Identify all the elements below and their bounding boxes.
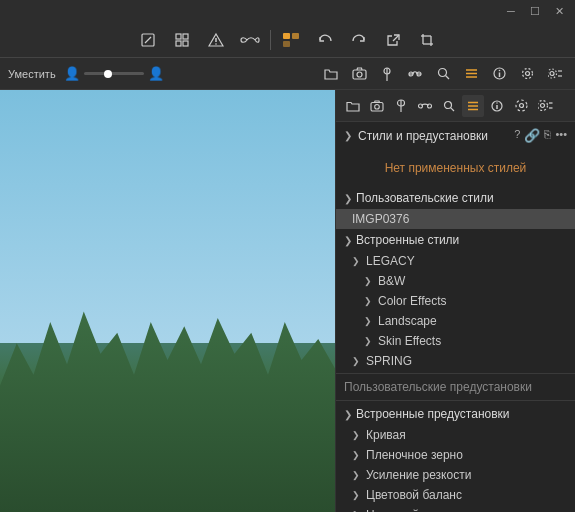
undo-button[interactable] bbox=[311, 26, 339, 54]
svg-point-33 bbox=[525, 72, 529, 76]
link-button[interactable] bbox=[403, 62, 427, 86]
skin-effects-item[interactable]: ❯ Skin Effects bbox=[336, 331, 575, 351]
info-button[interactable] bbox=[487, 62, 511, 86]
custom-presets-section[interactable]: Пользовательские предустановки bbox=[336, 376, 575, 398]
legacy-item[interactable]: ❯ LEGACY bbox=[336, 251, 575, 271]
export-icon[interactable]: ⎘ bbox=[544, 128, 551, 143]
panel-link-button[interactable] bbox=[414, 95, 436, 117]
svg-point-18 bbox=[357, 72, 362, 77]
spring-chevron: ❯ bbox=[352, 356, 362, 366]
custom-styles-section[interactable]: ❯ Пользовательские стили bbox=[336, 187, 575, 209]
film-grain-label: Пленочное зерно bbox=[366, 448, 463, 462]
legacy-chevron: ❯ bbox=[352, 256, 362, 266]
warning-button[interactable] bbox=[202, 26, 230, 54]
bw-label: B&W bbox=[378, 274, 405, 288]
panel-search-button[interactable] bbox=[438, 95, 460, 117]
color-balance-chevron: ❯ bbox=[352, 490, 362, 500]
redo-button[interactable] bbox=[345, 26, 373, 54]
right-icon-group bbox=[319, 62, 567, 86]
help-icon[interactable]: ? bbox=[514, 128, 520, 143]
divider-2 bbox=[336, 400, 575, 401]
sharpen-item[interactable]: ❯ Усиление резкости bbox=[336, 465, 575, 485]
landscape-label: Landscape bbox=[378, 314, 437, 328]
camera-button[interactable] bbox=[347, 62, 371, 86]
panel-adv-settings-button[interactable] bbox=[534, 95, 556, 117]
custom-styles-chevron: ❯ bbox=[344, 193, 352, 204]
maximize-button[interactable]: ☐ bbox=[523, 1, 547, 21]
divider-1 bbox=[336, 373, 575, 374]
color-balance-label: Цветовой баланс bbox=[366, 488, 462, 502]
image-preview bbox=[0, 90, 335, 512]
svg-point-45 bbox=[445, 101, 452, 108]
edit-button[interactable] bbox=[134, 26, 162, 54]
bw-item[interactable]: ❯ B&W bbox=[336, 271, 575, 291]
panel-header-actions: ? 🔗 ⎘ ••• bbox=[514, 128, 567, 143]
panel-collapse-chevron[interactable]: ❯ bbox=[344, 130, 352, 141]
no-styles-message: Нет примененных стилей bbox=[336, 149, 575, 187]
color-effects-item[interactable]: ❯ Color Effects bbox=[336, 291, 575, 311]
film-grain-chevron: ❯ bbox=[352, 450, 362, 460]
more-icon[interactable]: ••• bbox=[555, 128, 567, 143]
builtin-presets-title: Встроенные предустановки bbox=[356, 407, 510, 421]
panel-list-button[interactable] bbox=[462, 95, 484, 117]
panel-folder-button[interactable] bbox=[342, 95, 364, 117]
top-toolbar bbox=[0, 22, 575, 58]
svg-point-56 bbox=[538, 101, 548, 111]
color-effects-chevron: ❯ bbox=[364, 296, 374, 306]
film-grain-item[interactable]: ❯ Пленочное зерно bbox=[336, 445, 575, 465]
zoom-track bbox=[84, 72, 144, 75]
spring-item[interactable]: ❯ SPRING bbox=[336, 351, 575, 371]
zoom-thumb bbox=[104, 70, 112, 78]
advanced-settings-button[interactable] bbox=[543, 62, 567, 86]
image-canvas bbox=[0, 90, 335, 512]
close-button[interactable]: ✕ bbox=[547, 1, 571, 21]
color-editor-item[interactable]: ❯ Цветовой редактор bbox=[336, 505, 575, 512]
color-effects-label: Color Effects bbox=[378, 294, 446, 308]
svg-line-1 bbox=[145, 37, 151, 43]
export-button[interactable] bbox=[379, 26, 407, 54]
svg-rect-9 bbox=[283, 33, 290, 39]
panel-settings-button[interactable] bbox=[510, 95, 532, 117]
svg-rect-3 bbox=[183, 34, 188, 39]
grid-button[interactable] bbox=[168, 26, 196, 54]
svg-rect-11 bbox=[283, 41, 290, 47]
custom-presets-title: Пользовательские предустановки bbox=[344, 380, 532, 394]
crop-button[interactable] bbox=[413, 26, 441, 54]
svg-point-34 bbox=[522, 69, 532, 79]
spring-label: SPRING bbox=[366, 354, 412, 368]
infinity-button[interactable] bbox=[236, 26, 264, 54]
builtin-styles-section[interactable]: ❯ Встроенные стили bbox=[336, 229, 575, 251]
color-editor-label: Цветовой редактор bbox=[366, 508, 473, 512]
zoom-slider[interactable] bbox=[84, 72, 144, 75]
title-bar: ─ ☐ ✕ bbox=[0, 0, 575, 22]
svg-point-32 bbox=[498, 70, 500, 72]
separator-1 bbox=[270, 30, 271, 50]
person-icon-2: 👤 bbox=[148, 66, 164, 81]
svg-point-53 bbox=[519, 104, 523, 108]
panel-camera-button[interactable] bbox=[366, 95, 388, 117]
minimize-button[interactable]: ─ bbox=[499, 1, 523, 21]
svg-rect-4 bbox=[176, 41, 181, 46]
landscape-item[interactable]: ❯ Landscape bbox=[336, 311, 575, 331]
pin-button[interactable] bbox=[375, 62, 399, 86]
folder-button[interactable] bbox=[319, 62, 343, 86]
sky-region bbox=[0, 90, 335, 343]
skin-effects-chevron: ❯ bbox=[364, 336, 374, 346]
right-panel: ❯ Стили и предустановки ? 🔗 ⎘ ••• Нет пр… bbox=[335, 90, 575, 512]
color-balance-item[interactable]: ❯ Цветовой баланс bbox=[336, 485, 575, 505]
search-button[interactable] bbox=[431, 62, 455, 86]
panel-pin-button[interactable] bbox=[390, 95, 412, 117]
curve-item[interactable]: ❯ Кривая bbox=[336, 425, 575, 445]
styles-button[interactable] bbox=[277, 26, 305, 54]
imgp-item[interactable]: IMGP0376 bbox=[336, 209, 575, 229]
svg-point-8 bbox=[215, 43, 217, 45]
builtin-styles-title: Встроенные стили bbox=[356, 233, 459, 247]
right-icons-row bbox=[336, 90, 575, 122]
builtin-presets-section[interactable]: ❯ Встроенные предустановки bbox=[336, 403, 575, 425]
svg-point-54 bbox=[516, 100, 527, 111]
panel-info-button[interactable] bbox=[486, 95, 508, 117]
settings-button[interactable] bbox=[515, 62, 539, 86]
new-icon[interactable]: 🔗 bbox=[524, 128, 540, 143]
legacy-label: LEGACY bbox=[366, 254, 415, 268]
list-view-button[interactable] bbox=[459, 62, 483, 86]
